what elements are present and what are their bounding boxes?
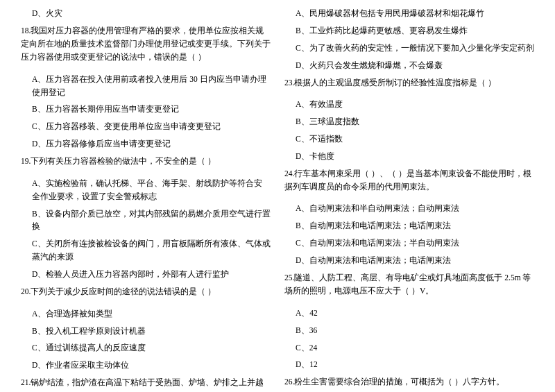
question-20: 20.下列关于减少反应时间的途径的说法错误的是（ ）	[21, 285, 271, 298]
option-q24_a: A、自动闸束法和半自动闸束法；自动闸束法	[284, 202, 534, 215]
option-q22_a: A、民用爆破器材包括专用民用爆破器材和烟花爆竹	[284, 7, 534, 20]
option-q18_b: B、压力容器长期停用应当申请变更登记	[21, 103, 271, 116]
option-q22_b: B、工业炸药比起爆药更敏感、更容易发生爆炸	[284, 24, 534, 37]
option-q25_a: A、42	[284, 307, 534, 320]
option-q20_b: B、投入机工程学原则设计机器	[21, 325, 271, 338]
question-text: 21.锅炉结渣，指炉渣在高温下粘结于受热面、炉墙、炉排之上并越积越多的现象。结渣…	[21, 378, 264, 392]
option-q22_c: C、为了改善火药的安定性，一般情况下要加入少量化学安定药剂	[284, 42, 534, 55]
option-q24_b: B、自动闸束法和电话闸束法；电话闸束法	[284, 219, 534, 232]
option-q19_a: A、实施检验前，确认托梯、平台、海手架、射线防护等符合安全作业要求，设置了安全警…	[21, 177, 271, 203]
option-q22_d: D、火药只会发生燃烧和爆燃，不会爆轰	[284, 59, 534, 72]
question-23: 23.根据人的主观温度感受所制订的经验性温度指标是（ ）	[284, 76, 534, 90]
question-21: 21.锅炉结渣，指炉渣在高温下粘结于受热面、炉墙、炉排之上并越积越多的现象。结渣…	[21, 376, 271, 392]
option-q23_b: B、三球温度指数	[284, 115, 534, 128]
question-text: 19.下列有关压力容器检验的做法中，不安全的是（ ）	[21, 157, 216, 165]
option-q23_d: D、卡他度	[284, 150, 534, 163]
left-column: D、火灾18.我国对压力容器的使用管理有严格的要求，使用单位应按相关规定向所在地…	[21, 7, 271, 392]
option-q19_b: B、设备内部介质已放空，对其内部残留的易燃介质用空气进行置换	[21, 207, 271, 234]
option-q23_c: C、不适指数	[284, 133, 534, 146]
option-q19_d: D、检验人员进入压力容器内部时，外部有人进行监护	[21, 268, 271, 281]
option-q18_a: A、压力容器在投入使用前或者投入使用后 30 日内应当申请办理使用登记	[21, 73, 271, 99]
option-q18_d2: D、压力容器修修后应当申请变更登记	[21, 137, 271, 151]
option-q20_c: C、通过训练提高人的反应速度	[21, 341, 271, 355]
option-q20_d: D、作业者应采取主动体位	[21, 359, 271, 372]
page-content: D、火灾18.我国对压力容器的使用管理有严格的要求，使用单位应按相关规定向所在地…	[21, 7, 534, 392]
option-q25_b: B、36	[284, 324, 534, 337]
option-q25_d: D、12	[284, 358, 534, 371]
option-q24_c: C、自动闸束法和电话闸束法；半自动闸束法	[284, 237, 534, 250]
question-18: 18.我国对压力容器的使用管理有严格的要求，使用单位应按相关规定向所在地的质量技…	[21, 24, 271, 65]
option-q18_c: C、压力容器移装、变更使用单位应当申请变更登记	[21, 120, 271, 133]
question-26: 26.粉生尘害需要综合治理的措施，可概括为（ ）八字方针。	[284, 375, 534, 389]
option-q18_d: D、火灾	[21, 7, 271, 20]
question-25: 25.隧道、人防工程、高层、有导电矿尘或灯具地面高度低于 2.5m 等场所的照明…	[284, 271, 534, 298]
option-q24_d: D、自动闸束法和电话闸束法；电话闸束法	[284, 254, 534, 267]
right-column: A、民用爆破器材包括专用民用爆破器材和烟花爆竹B、工业炸药比起爆药更敏感、更容易…	[284, 7, 534, 392]
question-text: 24.行车基本闸束采用（ ）、（ ）是当基本闸束设备不能使用时，根据列车调度员的…	[284, 169, 531, 191]
question-text: 20.下列关于减少反应时间的途径的说法错误的是（ ）	[21, 287, 216, 296]
question-text: 26.粉生尘害需要综合治理的措施，可概括为（ ）八字方针。	[284, 377, 504, 386]
option-q23_a: A、有效温度	[284, 98, 534, 111]
question-text: 23.根据人的主观温度感受所制订的经验性温度指标是（ ）	[284, 78, 496, 87]
question-24: 24.行车基本闸束采用（ ）、（ ）是当基本闸束设备不能使用时，根据列车调度员的…	[284, 167, 534, 194]
question-text: 18.我国对压力容器的使用管理有严格的要求，使用单位应按相关规定向所在地的质量技…	[21, 26, 271, 61]
option-q25_c: C、24	[284, 341, 534, 355]
question-19: 19.下列有关压力容器检验的做法中，不安全的是（ ）	[21, 155, 271, 168]
option-q19_c: C、关闭所有连接被检设备的阀门，用盲板隔断所有液体、气体或蒸汽的来源	[21, 237, 271, 264]
question-text: 25.隧道、人防工程、高层、有导电矿尘或灯具地面高度低于 2.5m 等场所的照明…	[284, 273, 531, 295]
option-q20_a: A、合理选择被知类型	[21, 307, 271, 321]
